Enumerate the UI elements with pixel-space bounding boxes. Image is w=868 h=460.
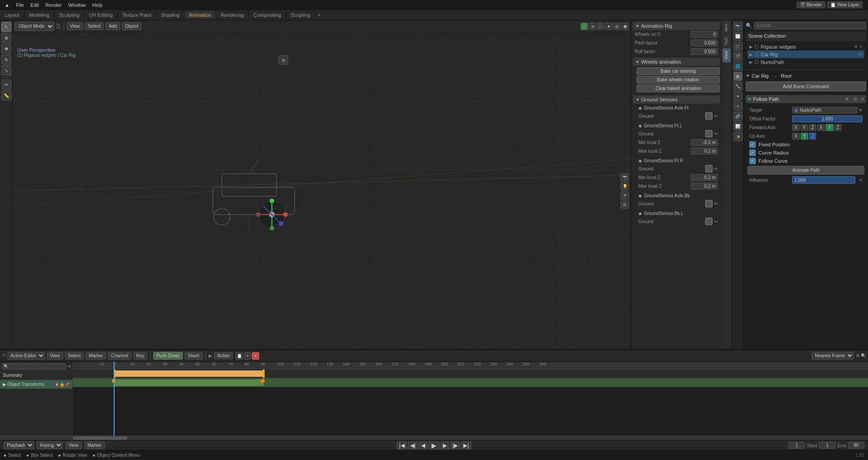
tab-scripting[interactable]: Scripting — [286, 11, 315, 19]
props-render-icon[interactable]: 📷 — [733, 22, 743, 31]
menu-file[interactable]: File — [13, 1, 27, 9]
view-layer-selector[interactable]: 📋 View Layer — [827, 1, 863, 8]
ot-lock-icon[interactable]: 🔒 — [60, 382, 65, 387]
forward-active-y-btn[interactable]: Y — [826, 124, 833, 131]
viewport-grid-icon[interactable]: ⊞ — [621, 200, 629, 209]
action-new-btn[interactable]: + — [244, 352, 251, 360]
timeline-select-btn[interactable]: Select — [65, 352, 84, 360]
tab-modeling[interactable]: Modeling — [25, 11, 55, 19]
select-tool[interactable]: ↖ — [1, 22, 11, 32]
props-world-icon[interactable]: 🌐 — [733, 62, 743, 71]
follow-curve-checkbox[interactable]: ✓ — [749, 158, 756, 164]
max-z-value-2[interactable]: 0.2 m — [691, 183, 718, 190]
action-unlink-btn[interactable]: ✕ — [252, 352, 259, 360]
viewport-object-btn[interactable]: Object — [122, 22, 141, 30]
timeline-type-select[interactable]: Action Editor — [7, 352, 45, 360]
tl-filter-icon[interactable]: ⚙ — [856, 353, 860, 358]
props-constraints-icon[interactable]: 🔗 — [733, 112, 743, 121]
forward-neg-z-btn[interactable]: Z — [834, 124, 842, 131]
viewport-cam-icon[interactable]: 📷 — [621, 173, 629, 181]
start-frame-input[interactable]: 1 — [819, 442, 835, 449]
prev-frame-btn[interactable]: ◀ — [419, 441, 427, 450]
ground-edit-1[interactable]: ✏ — [714, 114, 718, 119]
ground-edit-3[interactable]: ✏ — [714, 166, 718, 171]
animation-rig-header[interactable]: ▼ Animation Rig — [633, 22, 720, 30]
props-physics-icon[interactable]: ⚛ — [733, 102, 743, 111]
track-filter-icon[interactable]: ⇥ — [67, 364, 70, 369]
add-bone-constraint-btn[interactable]: Add Bone Constraint — [746, 81, 866, 91]
timeline-view-btn[interactable]: View — [47, 352, 63, 360]
ground-checkbox-2[interactable] — [705, 130, 712, 137]
pb-marker-btn[interactable]: Marker — [85, 441, 105, 449]
up-z-btn[interactable]: Z — [809, 133, 816, 140]
ot-pin-icon[interactable]: 📌 — [65, 382, 70, 387]
push-down-btn[interactable]: Push Down — [153, 352, 183, 360]
item-tab[interactable]: Item — [722, 21, 731, 35]
tree-item-car-rig[interactable]: ▶ ⬡ Car Rig 👁 — [748, 50, 864, 58]
menu-edit[interactable]: Edit — [28, 1, 42, 9]
props-output-icon[interactable]: ⬜ — [733, 32, 743, 41]
ground-checkbox-1[interactable] — [705, 112, 712, 120]
viewport-shading-wire[interactable]: □ — [597, 23, 604, 30]
prev-key-btn[interactable]: ◀| — [408, 441, 418, 450]
props-modifier-icon[interactable]: 🔧 — [733, 82, 743, 91]
viewport-view-btn[interactable]: View — [67, 22, 83, 30]
tree-item-rigacar[interactable]: ▶ ⬡ Rigacar widgets 👁 ✕ — [748, 43, 864, 50]
next-key-btn[interactable]: |▶ — [450, 441, 460, 450]
min-z-value-2[interactable]: -0.2 m — [691, 174, 718, 181]
viewport-shading-solid[interactable]: ● — [605, 23, 612, 30]
ground-sensors-header[interactable]: ▼ Ground Sensors — [633, 95, 720, 104]
annotate-tool[interactable]: ✏ — [1, 80, 11, 90]
constraint-close-icon[interactable]: ✕ — [861, 97, 864, 102]
viewport-shading-render[interactable]: ◉ — [622, 23, 629, 30]
pb-view-btn[interactable]: View — [65, 441, 82, 449]
animate-path-btn[interactable]: Animate Path — [748, 166, 864, 175]
min-z-value-1[interactable]: -0.2 m — [691, 139, 718, 146]
tree-item-nurbspath[interactable]: ▶ ⬡ NurbsPath — [748, 58, 864, 66]
fixed-position-checkbox[interactable]: ✓ — [749, 141, 756, 148]
car-rig-vis-icon[interactable]: 👁 — [858, 52, 863, 57]
cursor-tool[interactable]: ⊕ — [1, 33, 11, 43]
props-data-icon[interactable]: 📊 — [733, 122, 743, 131]
props-material-icon[interactable]: ◑ — [733, 132, 743, 141]
snap-select[interactable]: Nearest Frame — [812, 352, 854, 360]
bake-steering-btn[interactable]: Bake car steering — [637, 67, 720, 75]
props-particles-icon[interactable]: ✦ — [733, 92, 743, 101]
tab-sculpting[interactable]: Sculpting — [55, 11, 85, 19]
offset-factor-value[interactable]: 1.000 — [792, 115, 863, 122]
viewport-shading-material[interactable]: ◎ — [613, 23, 621, 30]
action-copy-btn[interactable]: 📋 — [236, 352, 243, 360]
timeline-key-btn[interactable]: Key — [133, 352, 147, 360]
measure-tool[interactable]: 📏 — [1, 90, 11, 100]
header-menu-icon[interactable]: ☰ — [56, 23, 61, 30]
tab-animation[interactable]: Animation — [185, 11, 216, 19]
forward-z-btn[interactable]: Z — [809, 124, 816, 131]
target-clear-icon[interactable]: ✕ — [858, 107, 863, 113]
forward-x-btn[interactable]: X — [792, 124, 800, 131]
move-tool[interactable]: ✥ — [1, 44, 11, 54]
ot-expand-icon[interactable]: ▶ — [3, 382, 6, 387]
3d-viewport[interactable]: ⊕ User Perspective (1) Rigacar widgets |… — [13, 33, 631, 349]
ground-edit-2[interactable]: ✏ — [714, 131, 718, 136]
scale-tool[interactable]: ⤡ — [1, 65, 11, 75]
props-object-icon[interactable]: ▣ — [733, 72, 743, 81]
timeline-channel-btn[interactable]: Channel — [108, 352, 131, 360]
tl-zoom-icon[interactable]: 🔍 — [861, 353, 866, 358]
clear-baked-btn[interactable]: Clear baked animation — [637, 85, 720, 92]
ground-edit-4[interactable]: ✏ — [714, 201, 718, 206]
stash-btn[interactable]: Stash — [185, 352, 203, 360]
scene-selector[interactable]: 🎬 Blender — [797, 1, 825, 8]
curve-radius-checkbox[interactable]: ✓ — [749, 150, 756, 156]
timeline-scrollbar-thumb[interactable] — [73, 436, 127, 440]
forward-neg-x-btn[interactable]: X — [817, 124, 825, 131]
tab-rendering[interactable]: Rendering — [216, 11, 249, 19]
ot-mute-icon[interactable]: 🔇 — [55, 382, 60, 387]
tab-uv-editing[interactable]: UV Editing — [85, 11, 118, 19]
up-active-y-btn[interactable]: Y — [801, 133, 808, 140]
end-frame-input[interactable]: 90 — [848, 442, 864, 449]
tab-layout[interactable]: Layout — [0, 11, 25, 19]
action-name-display[interactable]: Action — [214, 352, 233, 359]
rigacar-disable-icon[interactable]: ✕ — [859, 45, 863, 49]
wheels-on-y-value[interactable]: 0 — [691, 31, 718, 38]
mode-select[interactable]: Object Mode — [15, 22, 54, 31]
